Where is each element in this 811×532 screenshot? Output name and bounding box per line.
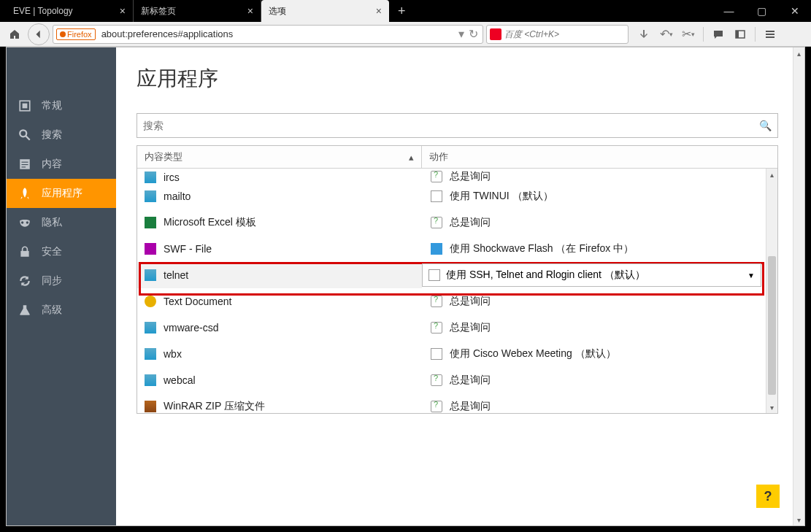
tab-new[interactable]: 新标签页 × — [134, 0, 261, 22]
url-text[interactable]: about:preferences#applications — [99, 28, 454, 39]
table-row[interactable]: Text Document ?总是询问 — [137, 288, 777, 315]
sidebar-toggle-button[interactable] — [730, 24, 750, 45]
type-cell: webcal — [164, 374, 196, 386]
sidebar-item-privacy[interactable]: 隐私 — [7, 208, 116, 237]
tab-options[interactable]: 选项 × — [261, 0, 389, 22]
column-header-action[interactable]: 动作 — [422, 146, 777, 168]
sidebar-item-security[interactable]: 安全 — [7, 237, 116, 266]
maximize-button[interactable]: ▢ — [745, 0, 778, 22]
scroll-up-icon[interactable]: ▴ — [766, 169, 777, 180]
type-cell: telnet — [164, 269, 188, 281]
app-icon — [431, 190, 442, 202]
sidebar-item-label: 同步 — [42, 274, 62, 288]
undo-button[interactable]: ↶▾ — [656, 24, 677, 45]
sidebar-item-search[interactable]: 搜索 — [7, 120, 116, 150]
help-button[interactable]: ? — [756, 485, 780, 508]
back-button[interactable] — [28, 23, 50, 45]
action-cell: 总是询问 — [450, 170, 491, 183]
sidebar-item-general[interactable]: 常规 — [7, 91, 116, 120]
type-cell: WinRAR ZIP 压缩文件 — [164, 400, 265, 413]
protocol-icon — [145, 322, 156, 334]
scroll-down-icon[interactable]: ▾ — [766, 401, 777, 413]
applications-search[interactable]: 🔍 — [137, 113, 778, 138]
identity-badge[interactable]: Firefox — [56, 28, 96, 40]
swf-icon — [145, 243, 156, 255]
cut-button[interactable]: ✂▾ — [678, 24, 699, 45]
home-icon — [9, 28, 20, 40]
scrollbar-thumb[interactable] — [768, 256, 776, 395]
identity-label: Firefox — [67, 30, 92, 39]
action-dropdown[interactable]: 使用 SSH, Telnet and Rlogin client （默认） ▼ — [422, 263, 761, 287]
table-row[interactable]: vmware-csd ?总是询问 — [137, 315, 777, 341]
close-icon[interactable]: × — [247, 5, 253, 17]
svg-line-5 — [26, 136, 30, 140]
table-row[interactable]: ircs ?总是询问 — [137, 169, 777, 183]
sidebar-item-label: 内容 — [42, 158, 62, 171]
content-frame: 常规 搜索 内容 应用程序 隐私 安全 同步 高级 — [6, 47, 805, 526]
svg-rect-7 — [22, 162, 28, 163]
column-header-type[interactable]: 内容类型 ▴ — [137, 146, 422, 168]
svg-point-4 — [20, 130, 26, 136]
close-icon[interactable]: × — [120, 5, 126, 17]
sidebar-item-sync[interactable]: 同步 — [7, 266, 116, 296]
applications-grid: 内容类型 ▴ 动作 ircs ?总是询问 mailto 使用 TWINUI （默… — [137, 145, 778, 414]
page-scrollbar[interactable]: ▴ ▾ — [793, 47, 804, 525]
svg-rect-3 — [23, 104, 28, 109]
search-icon — [18, 128, 31, 142]
type-cell: mailto — [164, 190, 191, 202]
window-controls: — ▢ ✕ — [712, 0, 811, 22]
home-button[interactable] — [4, 24, 25, 45]
grid-body[interactable]: ircs ?总是询问 mailto 使用 TWINUI （默认） Microso… — [137, 169, 777, 413]
dropmarker-icon[interactable]: ▾ — [458, 27, 464, 41]
column-label: 动作 — [429, 150, 448, 163]
table-row[interactable]: Microsoft Excel 模板 ?总是询问 — [137, 209, 777, 236]
action-cell: 总是询问 — [450, 216, 491, 229]
ask-icon: ? — [431, 322, 442, 334]
firefox-icon — [60, 31, 66, 37]
search-input[interactable] — [504, 29, 628, 39]
scroll-up-icon[interactable]: ▴ — [793, 47, 804, 59]
excel-icon — [145, 217, 156, 228]
download-icon — [639, 28, 650, 40]
downloads-button[interactable] — [634, 24, 655, 45]
tab-label: 选项 — [269, 5, 286, 18]
action-cell: 总是询问 — [450, 295, 491, 308]
general-icon — [18, 99, 31, 112]
ask-icon: ? — [431, 171, 442, 182]
close-button[interactable]: ✕ — [778, 0, 811, 22]
table-row[interactable]: WinRAR ZIP 压缩文件 ?总是询问 — [137, 393, 777, 413]
table-row[interactable]: mailto 使用 TWINUI （默认） — [137, 183, 777, 209]
search-bar[interactable] — [486, 25, 629, 44]
table-row[interactable]: webcal ?总是询问 — [137, 367, 777, 393]
sidebar-item-label: 搜索 — [42, 128, 62, 142]
sidebar-item-advanced[interactable]: 高级 — [7, 296, 116, 325]
chat-button[interactable] — [708, 24, 729, 45]
baidu-icon — [490, 28, 501, 40]
svg-point-10 — [21, 221, 23, 223]
sidebar-item-content[interactable]: 内容 — [7, 150, 116, 179]
close-icon[interactable]: × — [376, 5, 382, 17]
app-icon — [431, 348, 442, 360]
chevron-down-icon: ▼ — [747, 271, 755, 280]
sidebar-item-applications[interactable]: 应用程序 — [7, 179, 116, 208]
menu-button[interactable] — [760, 24, 780, 45]
hamburger-icon — [764, 28, 776, 40]
applications-search-input[interactable] — [143, 120, 759, 131]
tab-eve-topology[interactable]: EVE | Topology × — [6, 0, 134, 22]
ask-icon: ? — [431, 374, 442, 386]
url-bar[interactable]: Firefox about:preferences#applications ▾… — [53, 25, 483, 44]
table-row[interactable]: SWF - File 使用 Shockwave Flash （在 Firefox… — [137, 236, 777, 262]
minimize-button[interactable]: — — [712, 0, 745, 22]
new-tab-button[interactable]: + — [389, 0, 415, 22]
app-icon — [428, 269, 440, 281]
table-row[interactable]: wbx 使用 Cisco Webex Meeting （默认） — [137, 341, 777, 367]
action-cell: 使用 TWINUI （默认） — [450, 190, 553, 203]
grid-scrollbar[interactable]: ▴ ▾ — [766, 169, 777, 413]
protocol-icon — [145, 171, 156, 183]
scroll-down-icon[interactable]: ▾ — [793, 514, 804, 525]
flask-icon — [18, 304, 31, 317]
svg-rect-12 — [20, 251, 28, 257]
action-cell: 总是询问 — [450, 400, 491, 413]
sidebar-item-label: 高级 — [42, 304, 62, 317]
reload-icon[interactable]: ↻ — [469, 27, 478, 41]
